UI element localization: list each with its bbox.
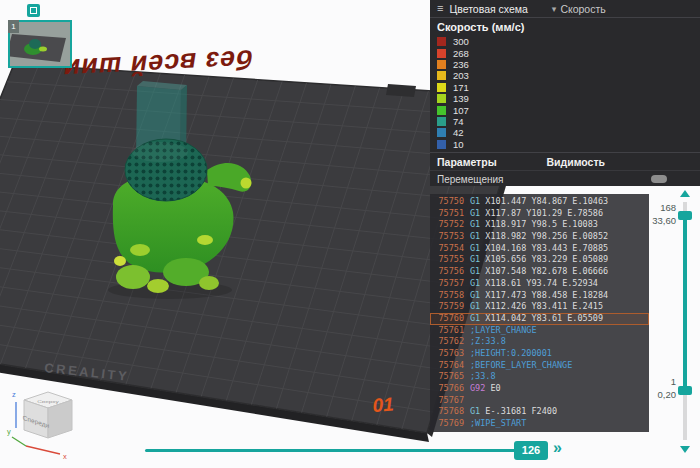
gcode-line[interactable]: 75755G1 X105.656 Y83.229 E.05089 xyxy=(430,254,649,266)
legend-swatch xyxy=(437,71,446,80)
speed-legend: 300268236203171139107744210 xyxy=(430,35,700,152)
gcode-line-number: 75763 xyxy=(430,348,470,360)
layer-slider[interactable]: 168 33,60 1 0,20 xyxy=(670,188,700,460)
color-scheme-dropdown[interactable]: ▾ Скорость xyxy=(552,3,606,15)
legend-subtitle: Скорость (мм/с) xyxy=(430,18,700,35)
legend-row: 171 xyxy=(430,82,700,93)
legend-row: 300 xyxy=(430,36,700,47)
gcode-line-text: G1 X104.168 Y83.443 E.70885 xyxy=(470,243,608,255)
gcode-panel[interactable]: 75750G1 X101.447 Y84.867 E.1046375751G1 … xyxy=(430,194,649,432)
gcode-line-text: G1 X118.982 Y98.256 E.00852 xyxy=(470,231,608,243)
gcode-line[interactable]: 75757G1 X118.61 Y93.74 E.52934 xyxy=(430,278,649,290)
gcode-line[interactable]: 75767 xyxy=(430,395,649,407)
gcode-line[interactable]: 75752G1 X118.917 Y98.5 E.10083 xyxy=(430,219,649,231)
gcode-line[interactable]: 75765;33.8 xyxy=(430,371,649,383)
object-thumbnail[interactable]: 1 xyxy=(8,20,72,68)
gcode-line-text: G1 X118.917 Y98.5 E.10083 xyxy=(470,219,598,231)
travels-label: Перемещения xyxy=(437,174,504,185)
legend-swatch xyxy=(437,83,446,92)
gcode-line-text: ;Z:33.8 xyxy=(470,336,506,348)
gcode-line-number: 75758 xyxy=(430,290,470,302)
layer-slider-top-handle[interactable] xyxy=(678,211,692,220)
gcode-line-number: 75766 xyxy=(430,383,470,395)
gcode-line[interactable]: 75751G1 X117.87 Y101.29 E.78586 xyxy=(430,208,649,220)
gcode-line[interactable]: 75764;BEFORE_LAYER_CHANGE xyxy=(430,360,649,372)
menu-icon[interactable]: ≡ xyxy=(437,0,443,17)
legend-row: 139 xyxy=(430,93,700,104)
gcode-line[interactable]: 75753G1 X118.982 Y98.256 E.00852 xyxy=(430,231,649,243)
axis-x-label: x xyxy=(63,452,67,461)
bottom-layer-height: 0,20 xyxy=(658,389,677,400)
params-header: Параметры xyxy=(437,156,497,168)
gcode-line-number: 75754 xyxy=(430,243,470,255)
chevron-down-icon: ▾ xyxy=(552,4,557,14)
legend-value: 139 xyxy=(453,93,469,104)
legend-value: 268 xyxy=(453,48,469,59)
gcode-line-text: ;WIPE_START xyxy=(470,418,526,430)
gcode-line[interactable]: 75766G92 E0 xyxy=(430,383,649,395)
gcode-line[interactable]: 75756G1 X107.548 Y82.678 E.06666 xyxy=(430,266,649,278)
gcode-line-number: 75764 xyxy=(430,360,470,372)
layer-slider-bottom-handle[interactable] xyxy=(678,386,692,395)
legend-value: 42 xyxy=(453,127,464,138)
gcode-line-text: ;LAYER_CHANGE xyxy=(470,325,537,337)
gcode-line-number: 75761 xyxy=(430,325,470,337)
move-slider-track[interactable] xyxy=(145,449,545,452)
gcode-line-text: G1 X101.447 Y84.867 E.10463 xyxy=(470,196,608,208)
legend-value: 171 xyxy=(453,82,469,93)
gcode-line-text: G1 E-.31681 F2400 xyxy=(470,406,557,418)
legend-swatch xyxy=(437,128,446,137)
gcode-line-text: G1 X117.87 Y101.29 E.78586 xyxy=(470,208,603,220)
gcode-line-text: G1 X117.473 Y88.458 E.18284 xyxy=(470,290,608,302)
legend-value: 300 xyxy=(453,36,469,47)
legend-value: 74 xyxy=(453,116,464,127)
gcode-line[interactable]: 75759G1 X112.426 Y83.411 E.2415 xyxy=(430,301,649,313)
gcode-line-number: 75755 xyxy=(430,254,470,266)
visibility-header: Видимость xyxy=(547,156,606,168)
gcode-line[interactable]: 75754G1 X104.168 Y83.443 E.70885 xyxy=(430,243,649,255)
legend-value: 236 xyxy=(453,59,469,70)
gcode-line[interactable]: 75761;LAYER_CHANGE xyxy=(430,325,649,337)
gcode-line-text: ;HEIGHT:0.200001 xyxy=(470,348,552,360)
legend-row: 42 xyxy=(430,127,700,138)
gcode-line[interactable]: 75762;Z:33.8 xyxy=(430,336,649,348)
gcode-line[interactable]: 75750G1 X101.447 Y84.867 E.10463 xyxy=(430,196,649,208)
gcode-line[interactable]: 75768G1 E-.31681 F2400 xyxy=(430,406,649,418)
thumbnail-badge: 1 xyxy=(8,20,19,33)
layer-slider-up-arrow-icon[interactable] xyxy=(680,190,690,197)
top-layer-number: 168 xyxy=(660,202,676,213)
gcode-line-text: G1 X114.042 Y83.61 E.05509 xyxy=(470,313,603,325)
gcode-line-number: 75769 xyxy=(430,418,470,430)
gcode-line-number: 75751 xyxy=(430,208,470,220)
gcode-line[interactable]: 75769;WIPE_START xyxy=(430,418,649,430)
gcode-line-number: 75750 xyxy=(430,196,470,208)
gcode-line[interactable]: 75758G1 X117.473 Y88.458 E.18284 xyxy=(430,290,649,302)
layer-slider-down-arrow-icon[interactable] xyxy=(680,446,690,453)
gcode-line-number: 75756 xyxy=(430,266,470,278)
gcode-line-number: 75757 xyxy=(430,278,470,290)
travels-visibility-toggle[interactable] xyxy=(651,175,667,183)
axis-y-label: y xyxy=(7,427,11,436)
legend-swatch xyxy=(437,49,446,58)
move-slider-handle[interactable]: 126 xyxy=(514,441,548,460)
gcode-line-text: G1 X107.548 Y82.678 E.06666 xyxy=(470,266,608,278)
gcode-line[interactable]: 75760G1 X114.042 Y83.61 E.05509 xyxy=(430,313,649,325)
legend-row: 107 xyxy=(430,104,700,115)
plate-clip-notch xyxy=(386,84,416,97)
gcode-line[interactable]: 75763;HEIGHT:0.200001 xyxy=(430,348,649,360)
legend-swatch xyxy=(437,60,446,69)
gcode-line-number: 75760 xyxy=(430,313,470,325)
panel-title: Цветовая схема xyxy=(449,3,527,15)
plate-number-label: 01 xyxy=(372,394,395,416)
legend-row: 268 xyxy=(430,47,700,58)
gcode-line-text: G1 X105.656 Y83.229 E.05089 xyxy=(470,254,608,266)
fast-forward-icon[interactable]: » xyxy=(553,439,562,457)
gcode-line-number: 75767 xyxy=(430,395,470,407)
axis-x-line xyxy=(26,446,60,454)
dropdown-value: Скорость xyxy=(560,3,605,15)
layer-slider-range xyxy=(683,220,687,386)
model-perforated-dome xyxy=(125,139,207,201)
legend-value: 203 xyxy=(453,70,469,81)
nav-cube[interactable]: Сверху Спереди z x y xyxy=(6,384,90,468)
preview-icon[interactable] xyxy=(27,4,40,17)
